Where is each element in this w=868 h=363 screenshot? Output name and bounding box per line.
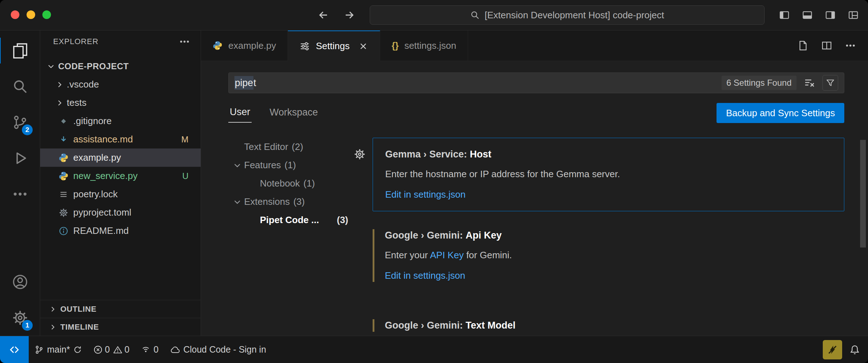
activity-more[interactable] [0, 176, 40, 212]
tree-folder-tests[interactable]: tests [40, 94, 201, 112]
outline-section-header[interactable]: OUTLINE [40, 300, 201, 318]
toc-label: Extensions [244, 196, 290, 207]
toc-label: Pipet Code ... [260, 214, 319, 226]
activity-accounts[interactable] [0, 264, 40, 300]
more-views-icon [12, 186, 28, 202]
tab-label: Settings [316, 41, 350, 52]
vertical-scrollbar[interactable] [860, 140, 866, 248]
radio-tower-icon [141, 345, 150, 354]
activity-settings[interactable]: 1 [0, 300, 40, 336]
tab-settings[interactable]: Settings [288, 30, 380, 61]
filter-settings-button[interactable] [822, 75, 838, 91]
edit-in-settings-json-link[interactable]: Edit in settings.json [385, 189, 466, 200]
sync-icon [73, 345, 82, 354]
split-editor-icon[interactable] [821, 40, 832, 51]
tree-file-assistance[interactable]: assistance.md M [40, 130, 201, 148]
explorer-more-actions-icon[interactable] [179, 36, 190, 47]
toc-count: (1) [285, 160, 296, 171]
file-label: .gitignore [73, 116, 112, 127]
settings-toc: Text Editor (2) Features (1) Notebook (1… [228, 138, 354, 336]
timeline-section-header[interactable]: TIMELINE [40, 318, 201, 336]
more-actions-icon[interactable] [845, 40, 856, 51]
setting-description: Enter the hostname or IP address for the… [385, 169, 832, 180]
files-icon [12, 43, 28, 58]
status-bar: main* 0 0 0 Cloud Code - Sign in [0, 336, 868, 363]
tree-file-readme[interactable]: README.md [40, 222, 201, 240]
tab-settings-json[interactable]: {} settings.json [380, 30, 468, 61]
settings-badge: 1 [22, 320, 33, 331]
tree-file-poetry-lock[interactable]: poetry.lock [40, 185, 201, 203]
search-icon [12, 79, 28, 94]
extension-dev-host-indicator[interactable] [823, 340, 842, 359]
filter-icon [826, 78, 835, 88]
run-debug-icon [12, 150, 28, 166]
activity-run-debug[interactable] [0, 140, 40, 176]
python-icon [59, 171, 69, 181]
bell-icon[interactable] [849, 344, 860, 355]
python-icon [59, 153, 69, 163]
warning-icon [113, 345, 122, 354]
file-label: pyproject.toml [73, 207, 131, 218]
file-label: README.md [73, 225, 129, 236]
tree-file-pyproject[interactable]: pyproject.toml [40, 203, 201, 222]
toc-label: Notebook [260, 178, 300, 189]
toc-text-editor[interactable]: Text Editor (2) [228, 138, 354, 156]
setting-gemini-text-model[interactable]: Google › Gemini: Text Model [373, 311, 844, 336]
close-tab-button[interactable] [358, 41, 368, 51]
chevron-right-icon [49, 305, 57, 313]
toggle-sidebar-icon[interactable] [779, 10, 790, 20]
settings-sliders-icon [299, 41, 310, 52]
zoom-window-button[interactable] [42, 10, 51, 19]
tree-root-folder[interactable]: CODE-PROJECT [40, 57, 201, 75]
backup-sync-settings-button[interactable]: Backup and Sync Settings [717, 103, 844, 123]
git-status-badge: U [182, 171, 188, 181]
tree-file-gitignore[interactable]: .gitignore [40, 112, 201, 130]
tree-file-example[interactable]: example.py [40, 148, 201, 167]
setting-title: Google › Gemini: Text Model [385, 320, 832, 331]
back-arrow-icon[interactable] [318, 9, 329, 21]
scope-tab-user[interactable]: User [228, 104, 252, 123]
edit-in-settings-json-link[interactable]: Edit in settings.json [385, 270, 465, 281]
editor-group: example.py Settings {} settings.json [201, 30, 868, 336]
command-center[interactable]: [Extension Development Host] code-projec… [370, 5, 765, 25]
toggle-secondary-sidebar-icon[interactable] [825, 10, 836, 20]
chevron-right-icon [49, 323, 57, 331]
toc-notebook[interactable]: Notebook (1) [228, 174, 354, 193]
toggle-panel-icon[interactable] [802, 10, 813, 20]
scope-tab-workspace[interactable]: Workspace [268, 104, 319, 122]
tree-file-new-service[interactable]: new_service.py U [40, 167, 201, 185]
git-branch-icon [34, 345, 44, 354]
info-icon [59, 226, 68, 236]
cloud-code-status-item[interactable]: Cloud Code - Sign in [164, 336, 272, 363]
minimize-window-button[interactable] [27, 10, 35, 19]
toc-extensions[interactable]: Extensions (3) [228, 193, 354, 211]
setting-description: Enter your API Key for Gemini. [385, 250, 832, 261]
tab-example-py[interactable]: example.py [201, 30, 288, 61]
clear-search-results-icon[interactable] [804, 77, 815, 89]
history-navigation [318, 9, 355, 21]
branch-status-item[interactable]: main* [29, 336, 88, 363]
ports-count: 0 [154, 344, 159, 355]
search-value: pipet [234, 77, 256, 89]
setting-gemini-api-key[interactable]: Google › Gemini: Api Key Enter your API … [373, 221, 844, 291]
setting-actions-gear-icon[interactable] [354, 148, 365, 160]
activity-explorer[interactable] [0, 33, 40, 69]
toc-features[interactable]: Features (1) [228, 156, 354, 174]
api-key-link[interactable]: API Key [430, 250, 464, 260]
ports-status-item[interactable]: 0 [135, 336, 164, 363]
open-settings-json-icon[interactable] [798, 40, 808, 51]
customize-layout-icon[interactable] [848, 10, 859, 20]
cloud-code-label: Cloud Code - Sign in [183, 344, 266, 355]
problems-status-item[interactable]: 0 0 [88, 336, 135, 363]
setting-gemma-service-host[interactable]: Gemma › Service: Host Enter the hostname… [373, 138, 844, 211]
folder-label: tests [67, 97, 87, 108]
remote-indicator[interactable] [0, 336, 29, 363]
editor-tab-bar: example.py Settings {} settings.json [201, 30, 868, 61]
tree-folder-vscode[interactable]: .vscode [40, 75, 201, 94]
close-window-button[interactable] [11, 10, 19, 19]
toc-pipet-code[interactable]: Pipet Code ... (3) [228, 211, 354, 229]
settings-search-input[interactable]: pipet 6 Settings Found [228, 72, 844, 93]
activity-search[interactable] [0, 69, 40, 104]
forward-arrow-icon[interactable] [344, 9, 355, 21]
activity-source-control[interactable]: 2 [0, 104, 40, 140]
